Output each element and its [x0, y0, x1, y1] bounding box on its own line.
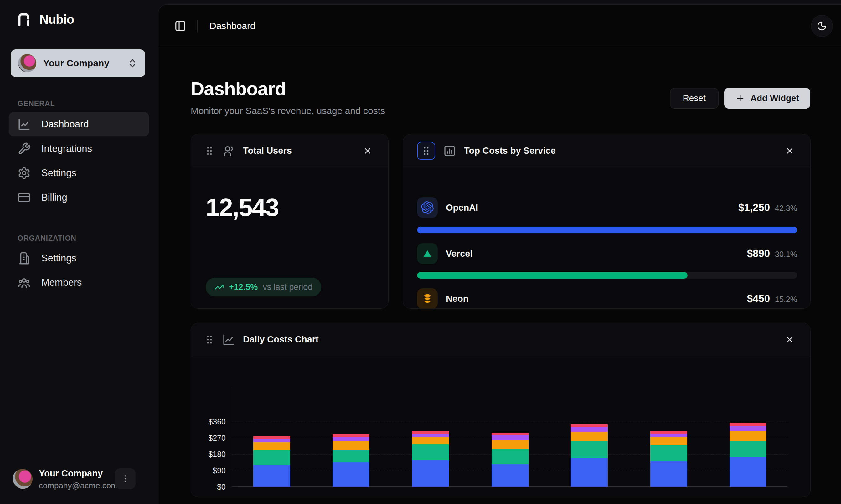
bar-segment-clerk [253, 436, 290, 439]
close-widget-button[interactable] [783, 144, 797, 158]
bar-segment-openai [491, 464, 529, 487]
sidebar-item-billing[interactable]: Billing [9, 185, 149, 210]
bar-chart-icon [443, 145, 456, 157]
y-axis-tick: $270 [191, 434, 226, 443]
bar-segment-openai [333, 462, 370, 487]
service-amount: $450 [747, 293, 770, 305]
trend-percent: +12.5% [229, 282, 258, 292]
close-icon [785, 335, 794, 344]
bar-segment-resend [491, 435, 529, 439]
service-name: Neon [446, 294, 469, 304]
bar-segment-vercel [333, 450, 370, 462]
bar-segment-neon [650, 437, 687, 445]
drag-handle-icon[interactable] [205, 145, 214, 157]
moon-icon [817, 21, 827, 31]
cost-row-vercel: Vercel $890 30.1% [417, 243, 797, 264]
bar-segment-openai [571, 458, 608, 487]
bar-segment-clerk [491, 433, 529, 435]
bar-segment-resend [571, 427, 608, 431]
drag-handle-icon[interactable] [205, 334, 214, 346]
widget-header: Total Users [191, 134, 388, 167]
widget-total-users: Total Users 12,543 +12.5% vs last period [191, 134, 389, 309]
nav-general: Dashboard Integrations Settings Billing [9, 112, 149, 210]
bar-segment-clerk [650, 431, 687, 434]
bar-segment-neon [253, 442, 290, 450]
close-icon [363, 146, 372, 156]
footer-avatar [13, 469, 33, 489]
bar-segment-resend [650, 434, 687, 437]
users-icon [222, 145, 235, 157]
sidebar-item-integrations[interactable]: Integrations [9, 137, 149, 161]
bar-segment-vercel [491, 449, 529, 464]
service-name: OpenAI [446, 202, 478, 213]
bar-segment-clerk [412, 431, 449, 434]
service-name: Vercel [446, 249, 472, 259]
sidebar-item-label: Settings [41, 167, 76, 179]
footer-menu-button[interactable] [115, 468, 136, 489]
service-amount: $890 [747, 248, 770, 259]
widget-header: Top Costs by Service [403, 134, 810, 167]
close-icon [785, 146, 794, 156]
bar-segment-openai [650, 462, 687, 487]
close-widget-button[interactable] [783, 333, 797, 346]
widget-daily-costs: Daily Costs Chart $0$90$180$270$360Jan 1… [191, 323, 811, 497]
topbar-divider [197, 20, 198, 32]
bar-segment-neon [571, 432, 608, 441]
gear-icon [18, 166, 31, 180]
sidebar-item-org-settings[interactable]: Settings [9, 246, 149, 270]
breadcrumb: Dashboard [210, 21, 255, 31]
reset-button[interactable]: Reset [670, 88, 719, 109]
sidebar-item-label: Settings [41, 253, 76, 264]
bar-segment-vercel [730, 441, 767, 457]
workspace-name: Your Company [43, 58, 120, 69]
bar-segment-clerk [571, 425, 608, 427]
page-title: Dashboard [191, 78, 286, 100]
topbar: Dashboard [158, 5, 841, 47]
theme-toggle-button[interactable] [811, 15, 833, 37]
bar-segment-vercel [571, 441, 608, 458]
bar-segment-openai [412, 461, 449, 487]
bar-segment-clerk [730, 422, 767, 426]
bar-segment-vercel [650, 445, 687, 462]
add-widget-label: Add Widget [751, 93, 799, 103]
total-users-value: 12,543 [206, 193, 279, 222]
sidebar-item-label: Members [41, 277, 82, 288]
sidebar-toggle-button[interactable] [172, 17, 189, 35]
widget-header: Daily Costs Chart [191, 323, 810, 356]
plus-icon [735, 94, 745, 103]
service-percent: 15.2% [775, 295, 797, 304]
people-icon [18, 276, 31, 289]
workspace-avatar [18, 54, 36, 72]
y-axis-tick: $360 [191, 417, 226, 426]
trend-badge: +12.5% vs last period [206, 278, 321, 296]
bar-segment-openai [253, 465, 290, 487]
drag-handle-icon[interactable] [417, 142, 435, 160]
bar-segment-resend [333, 437, 370, 441]
progress-bar-openai [417, 227, 797, 233]
close-widget-button[interactable] [361, 144, 374, 158]
sidebar-item-settings[interactable]: Settings [9, 161, 149, 185]
y-axis-tick: $180 [191, 450, 226, 459]
y-axis-tick: $90 [191, 466, 226, 475]
neon-database-icon [417, 288, 438, 309]
trending-up-icon [214, 282, 224, 292]
sidebar: Nubio Your Company GENERAL Dashboard Int… [0, 0, 158, 504]
widget-body: OpenAI $1,250 42.3% Vercel $890 30.1% [403, 167, 810, 308]
widget-title: Total Users [243, 146, 292, 156]
bar-segment-neon [333, 441, 370, 450]
nubio-logo-icon [16, 12, 31, 27]
workspace-selector[interactable]: Your Company [11, 50, 145, 77]
footer-company-name: Your Company [39, 468, 103, 479]
building-icon [18, 252, 31, 265]
trend-note: vs last period [263, 282, 312, 292]
sidebar-item-members[interactable]: Members [9, 270, 149, 295]
widget-title: Top Costs by Service [464, 146, 556, 156]
add-widget-button[interactable]: Add Widget [724, 88, 810, 109]
chart-plot: $0$90$180$270$360Jan 1Jan 2Jan 3Jan 4Jan… [232, 388, 787, 487]
bar-segment-vercel [412, 444, 449, 461]
nav-organization: Settings Members [9, 246, 149, 295]
section-label-general: GENERAL [18, 100, 55, 108]
main-panel: Dashboard Dashboard Monitor your SaaS's … [158, 4, 841, 504]
ellipsis-vertical-icon [121, 474, 130, 483]
sidebar-item-dashboard[interactable]: Dashboard [9, 112, 149, 137]
